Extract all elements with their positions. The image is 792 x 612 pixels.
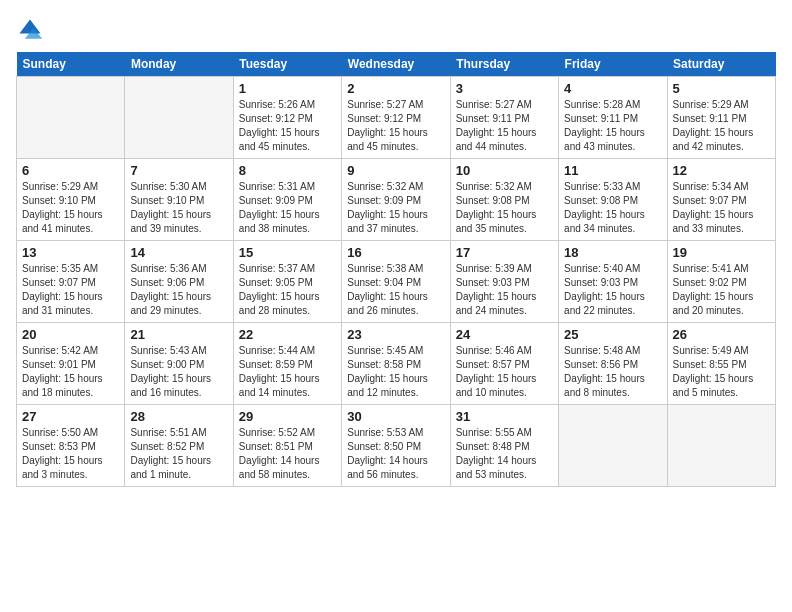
calendar-cell: 22Sunrise: 5:44 AM Sunset: 8:59 PM Dayli… (233, 323, 341, 405)
calendar-cell: 20Sunrise: 5:42 AM Sunset: 9:01 PM Dayli… (17, 323, 125, 405)
calendar-cell: 21Sunrise: 5:43 AM Sunset: 9:00 PM Dayli… (125, 323, 233, 405)
day-number: 14 (130, 245, 227, 260)
cell-info: Sunrise: 5:42 AM Sunset: 9:01 PM Dayligh… (22, 344, 119, 400)
calendar-cell: 3Sunrise: 5:27 AM Sunset: 9:11 PM Daylig… (450, 77, 558, 159)
calendar-cell: 28Sunrise: 5:51 AM Sunset: 8:52 PM Dayli… (125, 405, 233, 487)
day-number: 15 (239, 245, 336, 260)
calendar-cell: 13Sunrise: 5:35 AM Sunset: 9:07 PM Dayli… (17, 241, 125, 323)
calendar-cell: 15Sunrise: 5:37 AM Sunset: 9:05 PM Dayli… (233, 241, 341, 323)
day-number: 13 (22, 245, 119, 260)
week-row-2: 6Sunrise: 5:29 AM Sunset: 9:10 PM Daylig… (17, 159, 776, 241)
calendar-cell: 1Sunrise: 5:26 AM Sunset: 9:12 PM Daylig… (233, 77, 341, 159)
svg-marker-0 (20, 20, 41, 34)
day-number: 10 (456, 163, 553, 178)
calendar-cell: 26Sunrise: 5:49 AM Sunset: 8:55 PM Dayli… (667, 323, 775, 405)
cell-info: Sunrise: 5:29 AM Sunset: 9:11 PM Dayligh… (673, 98, 770, 154)
cell-info: Sunrise: 5:46 AM Sunset: 8:57 PM Dayligh… (456, 344, 553, 400)
day-number: 6 (22, 163, 119, 178)
calendar-cell: 9Sunrise: 5:32 AM Sunset: 9:09 PM Daylig… (342, 159, 450, 241)
calendar-cell (17, 77, 125, 159)
day-number: 25 (564, 327, 661, 342)
calendar-cell: 16Sunrise: 5:38 AM Sunset: 9:04 PM Dayli… (342, 241, 450, 323)
day-number: 12 (673, 163, 770, 178)
cell-info: Sunrise: 5:26 AM Sunset: 9:12 PM Dayligh… (239, 98, 336, 154)
day-header-monday: Monday (125, 52, 233, 77)
day-number: 21 (130, 327, 227, 342)
calendar-cell (125, 77, 233, 159)
day-number: 30 (347, 409, 444, 424)
day-number: 29 (239, 409, 336, 424)
cell-info: Sunrise: 5:32 AM Sunset: 9:08 PM Dayligh… (456, 180, 553, 236)
cell-info: Sunrise: 5:33 AM Sunset: 9:08 PM Dayligh… (564, 180, 661, 236)
day-number: 1 (239, 81, 336, 96)
cell-info: Sunrise: 5:35 AM Sunset: 9:07 PM Dayligh… (22, 262, 119, 318)
cell-info: Sunrise: 5:39 AM Sunset: 9:03 PM Dayligh… (456, 262, 553, 318)
calendar-cell: 8Sunrise: 5:31 AM Sunset: 9:09 PM Daylig… (233, 159, 341, 241)
cell-info: Sunrise: 5:43 AM Sunset: 9:00 PM Dayligh… (130, 344, 227, 400)
week-row-4: 20Sunrise: 5:42 AM Sunset: 9:01 PM Dayli… (17, 323, 776, 405)
cell-info: Sunrise: 5:29 AM Sunset: 9:10 PM Dayligh… (22, 180, 119, 236)
calendar-cell: 31Sunrise: 5:55 AM Sunset: 8:48 PM Dayli… (450, 405, 558, 487)
calendar-body: 1Sunrise: 5:26 AM Sunset: 9:12 PM Daylig… (17, 77, 776, 487)
calendar-cell: 4Sunrise: 5:28 AM Sunset: 9:11 PM Daylig… (559, 77, 667, 159)
cell-info: Sunrise: 5:50 AM Sunset: 8:53 PM Dayligh… (22, 426, 119, 482)
day-header-wednesday: Wednesday (342, 52, 450, 77)
calendar-cell: 19Sunrise: 5:41 AM Sunset: 9:02 PM Dayli… (667, 241, 775, 323)
calendar-cell: 29Sunrise: 5:52 AM Sunset: 8:51 PM Dayli… (233, 405, 341, 487)
cell-info: Sunrise: 5:41 AM Sunset: 9:02 PM Dayligh… (673, 262, 770, 318)
day-number: 4 (564, 81, 661, 96)
day-number: 5 (673, 81, 770, 96)
cell-info: Sunrise: 5:53 AM Sunset: 8:50 PM Dayligh… (347, 426, 444, 482)
day-number: 3 (456, 81, 553, 96)
calendar-cell: 24Sunrise: 5:46 AM Sunset: 8:57 PM Dayli… (450, 323, 558, 405)
logo (16, 16, 48, 44)
calendar-cell: 25Sunrise: 5:48 AM Sunset: 8:56 PM Dayli… (559, 323, 667, 405)
cell-info: Sunrise: 5:32 AM Sunset: 9:09 PM Dayligh… (347, 180, 444, 236)
calendar-table: SundayMondayTuesdayWednesdayThursdayFrid… (16, 52, 776, 487)
cell-info: Sunrise: 5:52 AM Sunset: 8:51 PM Dayligh… (239, 426, 336, 482)
calendar-cell: 23Sunrise: 5:45 AM Sunset: 8:58 PM Dayli… (342, 323, 450, 405)
calendar-cell (667, 405, 775, 487)
calendar-cell: 7Sunrise: 5:30 AM Sunset: 9:10 PM Daylig… (125, 159, 233, 241)
day-number: 26 (673, 327, 770, 342)
day-number: 9 (347, 163, 444, 178)
day-number: 23 (347, 327, 444, 342)
day-number: 2 (347, 81, 444, 96)
calendar-header-row: SundayMondayTuesdayWednesdayThursdayFrid… (17, 52, 776, 77)
day-number: 22 (239, 327, 336, 342)
day-number: 17 (456, 245, 553, 260)
calendar-cell: 17Sunrise: 5:39 AM Sunset: 9:03 PM Dayli… (450, 241, 558, 323)
cell-info: Sunrise: 5:55 AM Sunset: 8:48 PM Dayligh… (456, 426, 553, 482)
day-number: 18 (564, 245, 661, 260)
day-number: 16 (347, 245, 444, 260)
calendar-cell: 30Sunrise: 5:53 AM Sunset: 8:50 PM Dayli… (342, 405, 450, 487)
cell-info: Sunrise: 5:28 AM Sunset: 9:11 PM Dayligh… (564, 98, 661, 154)
cell-info: Sunrise: 5:36 AM Sunset: 9:06 PM Dayligh… (130, 262, 227, 318)
cell-info: Sunrise: 5:38 AM Sunset: 9:04 PM Dayligh… (347, 262, 444, 318)
calendar-cell: 2Sunrise: 5:27 AM Sunset: 9:12 PM Daylig… (342, 77, 450, 159)
day-header-tuesday: Tuesday (233, 52, 341, 77)
day-number: 8 (239, 163, 336, 178)
cell-info: Sunrise: 5:30 AM Sunset: 9:10 PM Dayligh… (130, 180, 227, 236)
calendar-cell: 6Sunrise: 5:29 AM Sunset: 9:10 PM Daylig… (17, 159, 125, 241)
week-row-5: 27Sunrise: 5:50 AM Sunset: 8:53 PM Dayli… (17, 405, 776, 487)
calendar-cell: 10Sunrise: 5:32 AM Sunset: 9:08 PM Dayli… (450, 159, 558, 241)
day-number: 19 (673, 245, 770, 260)
day-number: 20 (22, 327, 119, 342)
cell-info: Sunrise: 5:34 AM Sunset: 9:07 PM Dayligh… (673, 180, 770, 236)
day-number: 11 (564, 163, 661, 178)
week-row-1: 1Sunrise: 5:26 AM Sunset: 9:12 PM Daylig… (17, 77, 776, 159)
day-number: 28 (130, 409, 227, 424)
cell-info: Sunrise: 5:37 AM Sunset: 9:05 PM Dayligh… (239, 262, 336, 318)
week-row-3: 13Sunrise: 5:35 AM Sunset: 9:07 PM Dayli… (17, 241, 776, 323)
day-header-friday: Friday (559, 52, 667, 77)
cell-info: Sunrise: 5:27 AM Sunset: 9:12 PM Dayligh… (347, 98, 444, 154)
cell-info: Sunrise: 5:31 AM Sunset: 9:09 PM Dayligh… (239, 180, 336, 236)
calendar-cell: 14Sunrise: 5:36 AM Sunset: 9:06 PM Dayli… (125, 241, 233, 323)
cell-info: Sunrise: 5:40 AM Sunset: 9:03 PM Dayligh… (564, 262, 661, 318)
calendar-cell: 18Sunrise: 5:40 AM Sunset: 9:03 PM Dayli… (559, 241, 667, 323)
day-header-saturday: Saturday (667, 52, 775, 77)
day-number: 7 (130, 163, 227, 178)
calendar-cell: 12Sunrise: 5:34 AM Sunset: 9:07 PM Dayli… (667, 159, 775, 241)
cell-info: Sunrise: 5:27 AM Sunset: 9:11 PM Dayligh… (456, 98, 553, 154)
